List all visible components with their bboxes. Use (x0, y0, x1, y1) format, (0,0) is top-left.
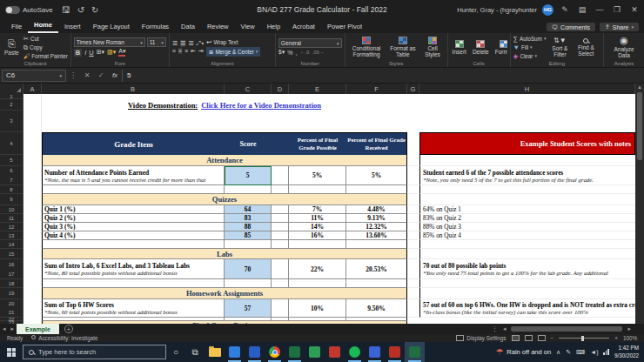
tab-formulas[interactable]: Formulas (136, 21, 175, 33)
italic-button[interactable]: I (84, 49, 86, 57)
align-left-icon[interactable]: ≡ (172, 48, 176, 54)
quiz-possible-cell[interactable]: 14% (289, 223, 346, 231)
excel-icon[interactable] (285, 342, 305, 362)
network-icon[interactable] (603, 349, 609, 355)
zoom-level[interactable]: 100% (623, 335, 637, 341)
indent-decrease-icon[interactable]: ⇤ (191, 48, 196, 55)
copy-button[interactable]: ⧉Copy (23, 44, 68, 51)
column-header-d[interactable]: D (272, 84, 289, 94)
row-header[interactable]: 12 (0, 223, 23, 231)
column-header-e[interactable]: E (289, 84, 346, 94)
homework-possible-cell[interactable]: 10% (289, 299, 346, 318)
file-explorer-icon[interactable] (205, 342, 225, 362)
percent-icon[interactable]: % (287, 50, 292, 56)
delete-button[interactable]: Delete (471, 40, 491, 55)
quiz-received-cell[interactable]: 9.13% (346, 214, 407, 223)
format-as-table-button[interactable]: Format as Table (387, 37, 418, 57)
autosum-button[interactable]: ∑AutoSum▾ (513, 35, 547, 43)
name-box[interactable]: C6▾ (2, 70, 66, 82)
quiz-possible-cell[interactable]: 7% (289, 205, 346, 214)
scroll-up-icon[interactable]: ▲ (637, 84, 642, 90)
clear-button[interactable]: ◈Clear▾ (513, 52, 547, 60)
cut-button[interactable]: ✂Cut (23, 35, 68, 43)
homework-score-cell[interactable]: 57 (225, 299, 272, 318)
tab-page-layout[interactable]: Page Layout (87, 21, 136, 33)
find-select-button[interactable]: Find & Select (574, 38, 598, 57)
attendance-label-cell[interactable]: Number of Attendance Points Earned *Note… (42, 166, 225, 185)
labs-possible-cell[interactable]: 22% (289, 259, 346, 279)
sheet-nav-left-icon[interactable]: ◂ (0, 325, 9, 332)
quiz-received-cell[interactable]: 4.48% (346, 205, 407, 214)
stocks-icon[interactable] (325, 342, 345, 362)
select-all-corner[interactable] (0, 84, 23, 94)
chrome-icon[interactable] (265, 342, 285, 362)
analyze-data-button[interactable]: ◉ Analyze Data (607, 36, 641, 58)
minimize-button[interactable]: — (594, 5, 606, 14)
score-header[interactable]: Score (225, 132, 272, 155)
column-header-a[interactable]: A (23, 84, 42, 94)
grade-item-header[interactable]: Grade Item (42, 132, 225, 155)
homework-note-cell[interactable]: 57 out of 60 on top 6 HWs. One HW is dro… (419, 299, 635, 318)
increase-decimal-icon[interactable]: ←.0 (299, 50, 309, 55)
page-break-view-icon[interactable] (538, 335, 546, 341)
labs-note-cell[interactable]: 70 out of 80 possible lab points *You on… (419, 259, 635, 279)
tab-home[interactable]: Home (28, 19, 58, 33)
keyboard-icon[interactable]: ⌨ (576, 349, 585, 356)
align-middle-icon[interactable]: ☰ (180, 40, 185, 47)
pen-icon[interactable]: ✎ (559, 5, 571, 14)
close-button[interactable]: ✕ (628, 5, 641, 14)
weather-widget[interactable]: ☂ Rain off and on (495, 347, 551, 357)
font-size-select[interactable]: 11▾ (147, 37, 166, 47)
currency-icon[interactable]: $▾ (278, 49, 285, 56)
row-header[interactable]: 19 (0, 288, 23, 299)
comments-button[interactable]: 🗨Comments (547, 23, 595, 31)
row-header[interactable]: 14 (0, 240, 23, 249)
column-header-f[interactable]: F (346, 84, 407, 94)
attendance-received-cell[interactable]: 5% (346, 166, 407, 185)
zoom-slider[interactable] (559, 338, 609, 339)
quiz-score-cell[interactable]: 88 (225, 223, 272, 231)
decrease-decimal-icon[interactable]: .00→ (312, 50, 324, 55)
row-header[interactable]: 4 (0, 132, 23, 155)
comma-icon[interactable]: , (296, 50, 298, 56)
video-demo-cell[interactable]: Video Demonstration: Click Here for a Vi… (42, 99, 407, 111)
enter-icon[interactable]: ✓ (94, 71, 108, 79)
tab-help[interactable]: Help (261, 21, 286, 33)
quiz-received-cell[interactable]: 12.32% (346, 223, 407, 231)
hscroll-left-icon[interactable]: ◂ (500, 325, 509, 332)
labs-received-cell[interactable]: 20.53% (346, 259, 407, 279)
save-icon[interactable]: 🖫 (62, 5, 70, 15)
quiz-label-cell[interactable]: Quiz 3 (%) (42, 223, 225, 231)
tab-data[interactable]: Data (175, 21, 201, 33)
homework-label-cell[interactable]: Sum of Top 6 HW Scores *Note, 60 total p… (42, 299, 225, 318)
page-layout-view-icon[interactable] (525, 335, 533, 341)
borders-icon[interactable]: ⊞▾ (97, 49, 104, 56)
outlook-icon[interactable] (225, 342, 245, 362)
homework-received-cell[interactable]: 9.50% (346, 299, 407, 318)
quiz-note-cell[interactable]: 64% on Quiz 1 (419, 205, 635, 214)
share-button[interactable]: ⇪Share▾ (600, 23, 639, 31)
quiz-score-cell[interactable]: 83 (225, 214, 272, 223)
quiz-received-cell[interactable]: 13.60% (346, 231, 407, 240)
wrap-text-button[interactable]: ↩Wrap Text (206, 38, 260, 46)
tray-expand-icon[interactable]: ∧ (556, 349, 560, 356)
tab-insert[interactable]: Insert (58, 21, 87, 33)
font-name-select[interactable]: Times New Roman▾ (74, 37, 145, 47)
quiz-note-cell[interactable]: 85% on Quiz 4 (419, 231, 635, 240)
tab-power-pivot[interactable]: Power Pivot (321, 21, 368, 33)
ribbon-display-icon[interactable]: ▤ (576, 5, 588, 14)
row-header[interactable]: 10 (0, 205, 23, 214)
redo-icon[interactable]: ↻ (91, 5, 98, 15)
sheet-nav-right-icon[interactable]: ▸ (9, 325, 17, 332)
pen-tray-icon[interactable]: ✎ (566, 349, 571, 356)
row-header[interactable]: 67 (0, 166, 23, 185)
quiz-label-cell[interactable]: Quiz 2 (%) (42, 214, 225, 223)
tab-view[interactable]: View (235, 21, 261, 33)
font-color-icon[interactable]: A▾ (118, 48, 125, 57)
row-header[interactable]: 2021 (0, 299, 23, 318)
spotify-icon[interactable] (345, 342, 365, 362)
number-format-select[interactable]: General▾ (278, 38, 342, 48)
cancel-icon[interactable]: ✕ (80, 71, 94, 79)
tab-file[interactable]: File (5, 21, 28, 33)
task-view-icon[interactable]: ⧉ (185, 347, 205, 358)
